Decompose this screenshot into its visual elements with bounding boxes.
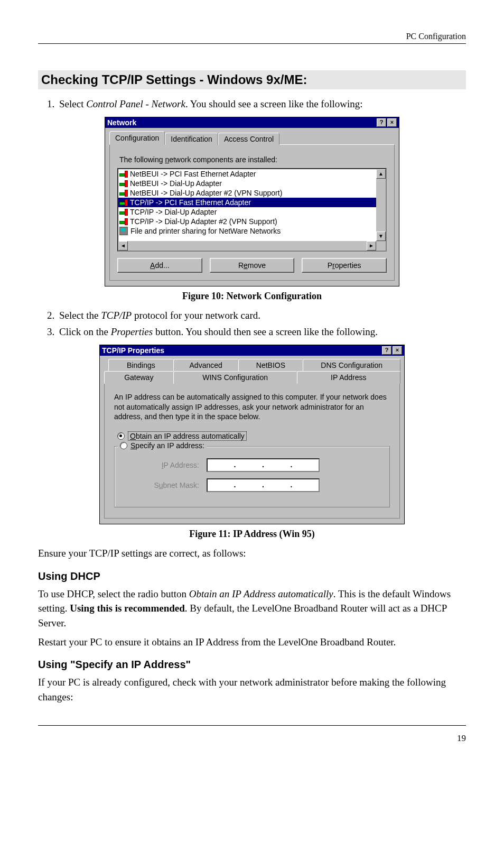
tab-configuration[interactable]: Configuration — [109, 131, 165, 145]
step-3: Click on the Properties button. You shou… — [57, 325, 466, 339]
ensure-text: Ensure your TCP/IP settings are correct,… — [38, 546, 466, 561]
network-window: Network ? × Configuration Identification… — [105, 117, 399, 286]
tab-identification[interactable]: Identification — [165, 133, 218, 145]
specify-ip-radio-row[interactable]: Specify an IP address: — [118, 441, 207, 450]
tab-advanced[interactable]: Advanced — [173, 359, 239, 371]
using-dhcp-heading: Using DHCP — [38, 570, 466, 582]
list-item[interactable]: NetBEUI -> PCI Fast Ethernet Adapter — [118, 169, 376, 179]
protocol-icon — [119, 180, 128, 187]
tab-wins-configuration[interactable]: WINS Configuration — [173, 371, 297, 384]
share-icon — [119, 227, 128, 235]
protocol-icon — [119, 189, 128, 197]
radio-checked-icon — [117, 432, 125, 440]
horizontal-scrollbar[interactable]: ◄ ► — [118, 241, 376, 251]
scroll-left-button[interactable]: ◄ — [118, 241, 128, 251]
tab-netbios[interactable]: NetBIOS — [238, 359, 304, 371]
section-title: Checking TCP/IP Settings - Windows 9x/ME… — [38, 70, 466, 89]
header-rule — [38, 43, 466, 44]
titlebar: TCP/IP Properties ? × — [100, 345, 404, 356]
tab-access-control[interactable]: Access Control — [218, 133, 279, 145]
protocol-icon — [119, 199, 128, 206]
tab-bindings[interactable]: Bindings — [108, 359, 174, 371]
step1-pre: Select — [59, 98, 86, 109]
header-right: PC Configuration — [38, 32, 466, 43]
list-item[interactable]: NetBEUI -> Dial-Up Adapter #2 (VPN Suppo… — [118, 188, 376, 198]
protocol-icon — [119, 208, 128, 216]
help-button[interactable]: ? — [377, 118, 386, 127]
footer-rule — [38, 725, 466, 726]
ip-address-label: IP Address: — [141, 461, 199, 469]
step1-italic: Control Panel - Network — [86, 98, 185, 109]
obtain-auto-label: Obtain an IP address automatically — [128, 431, 247, 441]
figure-10-caption: Figure 10: Network Configuration — [38, 291, 466, 302]
close-button[interactable]: × — [393, 346, 402, 355]
dhcp-paragraph-2: Restart your PC to ensure it obtains an … — [38, 635, 466, 650]
window-title: Network — [107, 118, 136, 127]
scroll-up-button[interactable]: ▲ — [376, 169, 386, 179]
figure-11-caption: Figure 11: IP Address (Win 95) — [38, 529, 466, 540]
specify-paragraph: If your PC is already configured, check … — [38, 675, 466, 704]
list-item[interactable]: NetBEUI -> Dial-Up Adapter — [118, 179, 376, 188]
specify-ip-label: Specify an IP address: — [130, 441, 204, 450]
ip-info-text: An IP address can be automatically assig… — [114, 392, 390, 422]
components-label: The following network components are ins… — [119, 155, 387, 164]
scroll-down-button[interactable]: ▼ — [376, 232, 386, 241]
ip-address-input[interactable]: ... — [207, 458, 320, 472]
page-number: 19 — [38, 733, 466, 744]
remove-button[interactable]: Remove — [210, 258, 295, 273]
scroll-right-button[interactable]: ► — [367, 241, 376, 251]
add-button[interactable]: Add... — [117, 258, 202, 273]
radio-unchecked-icon — [120, 442, 127, 449]
list-item[interactable]: TCP/IP -> Dial-Up Adapter #2 (VPN Suppor… — [118, 217, 376, 226]
list-item[interactable]: TCP/IP -> Dial-Up Adapter — [118, 207, 376, 217]
subnet-mask-input[interactable]: ... — [207, 478, 320, 492]
scroll-corner — [376, 241, 386, 251]
close-button[interactable]: × — [387, 118, 397, 127]
vertical-scrollbar[interactable]: ▲ ▼ — [376, 169, 386, 241]
obtain-auto-radio-row[interactable]: Obtain an IP address automatically — [117, 431, 390, 441]
step-2: Select the TCP/IP protocol for your netw… — [57, 308, 466, 323]
list-item[interactable]: File and printer sharing for NetWare Net… — [118, 226, 376, 236]
step-1: Select Control Panel - Network. You shou… — [57, 97, 466, 112]
components-listbox[interactable]: NetBEUI -> PCI Fast Ethernet Adapter Net… — [117, 168, 387, 252]
specify-ip-groupbox: Specify an IP address: IP Address: ... S… — [114, 446, 390, 507]
step1-post: . You should see a screen like the follo… — [185, 98, 363, 109]
tcpip-properties-window: TCP/IP Properties ? × Bindings Advanced … — [99, 345, 405, 525]
titlebar: Network ? × — [105, 117, 399, 128]
dhcp-paragraph-1: To use DHCP, select the radio button Obt… — [38, 587, 466, 631]
window-title: TCP/IP Properties — [102, 346, 164, 355]
protocol-icon — [119, 218, 128, 225]
list-item-selected[interactable]: TCP/IP -> PCI Fast Ethernet Adapter — [118, 198, 376, 207]
help-button[interactable]: ? — [382, 346, 391, 355]
protocol-icon — [119, 170, 128, 178]
subnet-mask-label: Subnet Mask: — [141, 481, 199, 489]
tab-dns-configuration[interactable]: DNS Configuration — [303, 359, 400, 371]
using-specify-heading: Using "Specify an IP Address" — [38, 659, 466, 671]
properties-button[interactable]: Properties — [302, 258, 387, 273]
tab-ip-address[interactable]: IP Address — [297, 371, 400, 384]
tab-gateway[interactable]: Gateway — [104, 371, 174, 384]
